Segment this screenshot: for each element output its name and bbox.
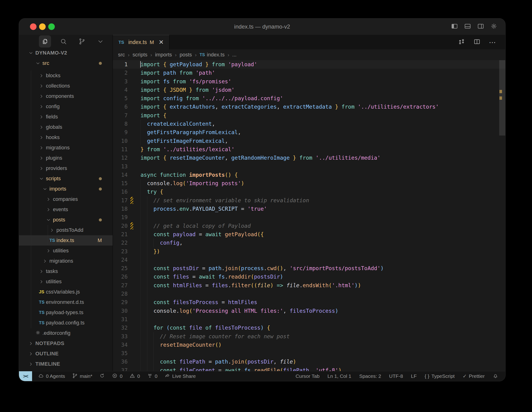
- section-timeline[interactable]: TIMELINE: [19, 359, 113, 369]
- code-line-20[interactable]: 20 // get a local copy of Payload: [113, 222, 505, 230]
- tree-item-tasks[interactable]: tasks: [19, 266, 113, 276]
- open-changes-icon[interactable]: [458, 38, 465, 46]
- status-item-spaces-2[interactable]: Spaces: 2: [359, 373, 381, 379]
- settings-gear-icon[interactable]: [490, 23, 497, 31]
- source-control-icon[interactable]: [76, 35, 88, 47]
- code-line-30[interactable]: 30 console.log('Processing all HTML file…: [113, 307, 505, 315]
- status-item-main-[interactable]: main*: [72, 373, 93, 380]
- status-item-bell[interactable]: [493, 373, 498, 380]
- breadcrumb-item--[interactable]: ...: [232, 52, 237, 58]
- code-line-23[interactable]: 23 }): [113, 247, 505, 256]
- code-line-14[interactable]: 14async function importPosts() {: [113, 171, 505, 179]
- code-line-36[interactable]: 36 const filePath = path.join(postsDir, …: [113, 357, 505, 366]
- code-line-19[interactable]: 19: [113, 213, 505, 221]
- status-item-0[interactable]: 0: [147, 373, 158, 380]
- code-line-15[interactable]: 15 console.log('Importing posts'): [113, 179, 505, 187]
- code-line-3[interactable]: 3import fs from 'fs/promises': [113, 77, 505, 86]
- code-line-5[interactable]: 5import config from '../../../payload.co…: [113, 94, 505, 103]
- chevron-more-icon[interactable]: [94, 35, 106, 47]
- status-item-typescript[interactable]: { }TypeScript: [425, 373, 455, 379]
- code-line-18[interactable]: 18 process.env.PAYLOAD_SCRIPT = 'true': [113, 205, 505, 213]
- remote-window-indicator[interactable]: ><: [19, 371, 32, 381]
- code-line-22[interactable]: 22 config,: [113, 239, 505, 247]
- status-item-0[interactable]: 0: [112, 373, 123, 380]
- tree-item-plugins[interactable]: plugins: [19, 153, 113, 163]
- section-outline[interactable]: OUTLINE: [19, 348, 113, 359]
- tree-item-events[interactable]: events: [19, 204, 113, 215]
- code-line-35[interactable]: 35: [113, 349, 505, 357]
- status-item-0[interactable]: 0: [130, 373, 140, 380]
- split-editor-icon[interactable]: [474, 38, 481, 46]
- tab-close-icon[interactable]: ✕: [159, 39, 164, 46]
- zoom-window-button[interactable]: [48, 23, 55, 30]
- code-line-28[interactable]: 28: [113, 290, 505, 298]
- tree-item-index-ts[interactable]: TSindex.tsM: [19, 235, 113, 245]
- toggle-primary-sidebar-icon[interactable]: [451, 23, 458, 31]
- code-editor[interactable]: 1import { getPayload } from 'payload'2im…: [113, 60, 505, 371]
- status-item-live-share[interactable]: Live Share: [165, 373, 196, 380]
- breadcrumb-item-src[interactable]: src: [118, 52, 125, 58]
- code-line-32[interactable]: 32 for (const file of filesToProcess) {: [113, 324, 505, 332]
- tree-root-dynamo-v2[interactable]: DYNAMO-V2: [19, 48, 113, 58]
- tree-item-cssvariables-js[interactable]: JScssVariables.js: [19, 287, 113, 297]
- code-line-6[interactable]: 6import { extractAuthors, extractCategor…: [113, 103, 505, 111]
- tree-item--editorconfig[interactable]: .editorconfig: [19, 328, 113, 338]
- code-line-7[interactable]: 7import {: [113, 111, 505, 120]
- breadcrumb-item-posts[interactable]: posts: [180, 52, 192, 58]
- tree-item-migrations[interactable]: migrations: [19, 142, 113, 153]
- tree-item-blocks[interactable]: blocks: [19, 70, 113, 81]
- tree-item-poststoadd[interactable]: postsToAdd: [19, 225, 113, 235]
- tree-item-collections[interactable]: collections: [19, 81, 113, 91]
- tree-item-posts[interactable]: posts: [19, 215, 113, 225]
- status-item-lf[interactable]: LF: [411, 373, 417, 379]
- code-line-11[interactable]: 11} from '../utilities/lexical': [113, 145, 505, 154]
- status-item-0-agents[interactable]: 0 Agents: [38, 373, 65, 380]
- toggle-secondary-sidebar-icon[interactable]: [477, 23, 484, 31]
- status-item-utf-8[interactable]: UTF-8: [389, 373, 403, 379]
- tree-item-globals[interactable]: globals: [19, 122, 113, 132]
- code-line-12[interactable]: 12import { resetImageCounter, getRandomH…: [113, 154, 505, 162]
- status-item-ln-1-col-1[interactable]: Ln 1, Col 1: [328, 373, 352, 379]
- status-item-sync[interactable]: [99, 373, 105, 380]
- explorer-files-icon[interactable]: [39, 35, 51, 47]
- section-notepads[interactable]: NOTEPADS: [19, 338, 113, 348]
- code-line-17[interactable]: 17 // set environment variable to skip r…: [113, 196, 505, 205]
- breadcrumb-item-index-ts[interactable]: TSindex.ts: [200, 52, 225, 58]
- toggle-panel-icon[interactable]: [464, 23, 471, 31]
- more-actions-icon[interactable]: ⋯: [489, 38, 496, 46]
- code-line-9[interactable]: 9 getFirstParagraphFromLexical,: [113, 128, 505, 136]
- search-icon[interactable]: [57, 35, 69, 47]
- tree-item-config[interactable]: config: [19, 101, 113, 112]
- tree-item-payload-config-ts[interactable]: TSpayload.config.ts: [19, 318, 113, 328]
- breadcrumb-item-imports[interactable]: imports: [155, 52, 172, 58]
- code-line-31[interactable]: 31: [113, 315, 505, 324]
- code-line-33[interactable]: 33 // Reset image counter for each new p…: [113, 332, 505, 341]
- code-line-24[interactable]: 24: [113, 256, 505, 264]
- code-line-27[interactable]: 27 const htmlFiles = files.filter((file)…: [113, 281, 505, 290]
- tree-item-migrations[interactable]: migrations: [19, 256, 113, 266]
- code-line-29[interactable]: 29 const filesToProcess = htmlFiles: [113, 298, 505, 306]
- close-window-button[interactable]: [30, 23, 37, 30]
- tree-item-fields[interactable]: fields: [19, 112, 113, 122]
- code-line-13[interactable]: 13: [113, 162, 505, 171]
- code-line-34[interactable]: 34 resetImageCounter(): [113, 341, 505, 349]
- code-line-10[interactable]: 10 getFirstImageFromLexical,: [113, 137, 505, 145]
- tab-index-ts[interactable]: TS index.ts M ✕: [113, 35, 170, 49]
- status-item-prettier[interactable]: ✓Prettier: [463, 373, 485, 379]
- code-line-4[interactable]: 4import { JSDOM } from 'jsdom': [113, 86, 505, 94]
- tree-item-hooks[interactable]: hooks: [19, 132, 113, 142]
- tree-item-companies[interactable]: companies: [19, 194, 113, 204]
- code-line-1[interactable]: 1import { getPayload } from 'payload': [113, 60, 505, 69]
- code-line-26[interactable]: 26 const files = await fs.readdir(postsD…: [113, 272, 505, 281]
- tree-item-payload-types-ts[interactable]: TSpayload-types.ts: [19, 307, 113, 318]
- tree-item-scripts[interactable]: scripts: [19, 173, 113, 184]
- tree-item-utilities[interactable]: utilities: [19, 245, 113, 256]
- code-line-37[interactable]: 37 const fileContent = await fs.readFile…: [113, 366, 505, 371]
- minimize-window-button[interactable]: [39, 23, 46, 30]
- tree-item-environment-d-ts[interactable]: TSenvironment.d.ts: [19, 297, 113, 307]
- breadcrumb-item-scripts[interactable]: scripts: [133, 52, 148, 58]
- tree-item-src[interactable]: src: [19, 58, 113, 68]
- code-line-8[interactable]: 8 createLexicalContent,: [113, 120, 505, 128]
- code-line-21[interactable]: 21 const payload = await getPayload({: [113, 230, 505, 239]
- code-line-2[interactable]: 2import path from 'path': [113, 69, 505, 77]
